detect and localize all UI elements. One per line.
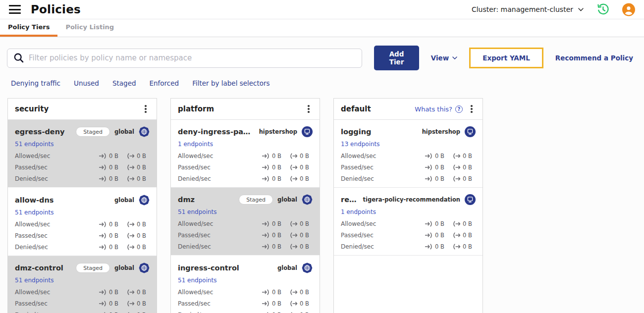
- ingress-icon: [425, 221, 433, 227]
- filter-enforced[interactable]: Enforced: [150, 79, 179, 87]
- policy-scope-label: tigera-policy-recommendation: [363, 196, 460, 203]
- metric-label: Passed/sec: [15, 232, 99, 239]
- globe-scope-icon: [139, 195, 150, 206]
- metric-ingress-value: 0 B: [109, 221, 118, 228]
- metric-ingress-value: 0 B: [109, 164, 118, 171]
- egress-icon: [452, 221, 461, 227]
- tier-help-label: Whats this?: [415, 105, 452, 113]
- policy-name[interactable]: allow-dns: [15, 196, 110, 204]
- metric-ingress-value: 0 B: [435, 153, 444, 159]
- ingress-icon: [99, 244, 107, 250]
- endpoints-link[interactable]: 51 endpoints: [178, 209, 217, 215]
- metric-ingress-value: 0 B: [435, 243, 444, 250]
- endpoints-link[interactable]: 51 endpoints: [15, 141, 54, 148]
- endpoints-link[interactable]: 1 endpoints: [341, 209, 376, 215]
- user-avatar-icon[interactable]: [622, 3, 635, 16]
- metric-egress-value: 0 B: [137, 164, 146, 171]
- chevron-down-icon: [578, 8, 584, 11]
- add-tier-button[interactable]: Add Tier: [374, 46, 419, 70]
- view-dropdown-label: View: [431, 54, 449, 62]
- policy-card-egress-deny[interactable]: egress-denyStagedglobal51 endpointsAllow…: [8, 120, 157, 188]
- metric-label: Denied/sec: [15, 244, 99, 251]
- search-icon: [13, 52, 24, 63]
- policy-card-ingress-control[interactable]: ingress-controlglobal51 endpointsAllowed…: [171, 256, 320, 313]
- metric-row: Allowed/sec0 B0 B: [178, 289, 313, 296]
- policy-scope-label: global: [114, 264, 134, 271]
- egress-icon: [126, 164, 135, 170]
- search-input[interactable]: [29, 53, 356, 62]
- filter-staged[interactable]: Staged: [112, 79, 136, 87]
- tab-policy-tiers[interactable]: Policy Tiers: [0, 19, 57, 37]
- tier-menu-kebab-icon[interactable]: [305, 104, 313, 113]
- metric-row: Passed/sec0 B0 B: [15, 300, 150, 307]
- globe-scope-icon: [302, 194, 313, 205]
- globe-scope-icon: [139, 262, 150, 273]
- egress-icon: [126, 176, 135, 182]
- policy-name[interactable]: egress-deny: [15, 128, 71, 136]
- recommend-policy-button[interactable]: Recommend a Policy: [555, 54, 633, 62]
- filter-denying-traffic[interactable]: Denying traffic: [11, 79, 60, 87]
- metric-ingress-value: 0 B: [109, 244, 118, 251]
- metric-egress-value: 0 B: [463, 164, 472, 171]
- ingress-icon: [262, 164, 270, 170]
- menu-icon[interactable]: [9, 5, 21, 14]
- tab-policy-listing[interactable]: Policy Listing: [57, 19, 122, 37]
- metric-egress-value: 0 B: [137, 289, 146, 296]
- policy-scope-label: hipstershop: [259, 128, 297, 135]
- quick-filters: Denying traffic Unused Staged Enforced F…: [0, 74, 644, 94]
- policy-name[interactable]: dmz: [178, 196, 234, 204]
- policy-name[interactable]: restricted: [341, 196, 359, 204]
- history-icon[interactable]: [596, 3, 609, 16]
- endpoints-link[interactable]: 51 endpoints: [178, 277, 217, 284]
- policy-card-restricted[interactable]: restrictedtigera-policy-recommendation1 …: [334, 188, 483, 256]
- policy-name[interactable]: logging: [341, 128, 418, 136]
- ingress-icon: [425, 176, 433, 182]
- staged-badge: Staged: [76, 127, 110, 137]
- metric-label: Passed/sec: [178, 300, 262, 307]
- page-title: Policies: [31, 3, 81, 16]
- policy-scope-label: global: [114, 197, 134, 204]
- metric-row: Passed/sec0 B0 B: [15, 164, 150, 171]
- endpoints-link[interactable]: 51 endpoints: [15, 209, 54, 216]
- policy-name[interactable]: deny-ingress-paymentservi…: [178, 128, 255, 136]
- export-yaml-button[interactable]: Export YAML: [483, 54, 530, 62]
- namespace-scope-icon: [465, 126, 476, 137]
- ingress-icon: [425, 164, 433, 170]
- metric-egress-value: 0 B: [463, 243, 472, 250]
- metric-egress-value: 0 B: [300, 243, 309, 250]
- endpoints-link[interactable]: 51 endpoints: [15, 277, 54, 284]
- policy-card-allow-dns[interactable]: allow-dnsglobal51 endpointsAllowed/sec0 …: [8, 188, 157, 256]
- policy-name[interactable]: ingress-control: [178, 264, 273, 272]
- policy-card-deny-ingress-paymentservi[interactable]: deny-ingress-paymentservi…hipstershop1 e…: [171, 120, 320, 188]
- egress-icon: [452, 164, 461, 170]
- endpoints-link[interactable]: 13 endpoints: [341, 141, 380, 148]
- metric-egress-value: 0 B: [300, 164, 309, 171]
- globe-scope-icon: [139, 126, 150, 137]
- metric-egress-value: 0 B: [463, 220, 472, 227]
- egress-icon: [452, 176, 461, 182]
- policy-card-dmz[interactable]: dmzStagedglobal51 endpointsAllowed/sec0 …: [171, 188, 320, 256]
- metric-ingress-value: 0 B: [435, 164, 444, 171]
- policy-card-logging[interactable]: logginghipstershop13 endpointsAllowed/se…: [334, 120, 483, 188]
- tier-menu-kebab-icon[interactable]: [468, 104, 476, 113]
- tier-header: security: [8, 99, 157, 120]
- metric-label: Allowed/sec: [178, 289, 262, 296]
- metric-ingress-value: 0 B: [109, 153, 118, 159]
- metric-label: Allowed/sec: [341, 153, 425, 159]
- tier-help-link[interactable]: Whats this??: [415, 105, 463, 113]
- endpoints-link[interactable]: 1 endpoints: [178, 141, 213, 148]
- metric-row: Denied/sec0 B0 B: [15, 175, 150, 182]
- filter-by-label-selectors[interactable]: Filter by label selectors: [192, 79, 269, 87]
- policy-card-dmz-control[interactable]: dmz-controlStagedglobal51 endpointsAllow…: [8, 256, 157, 313]
- cluster-selector[interactable]: Cluster: management-cluster: [472, 5, 584, 13]
- filter-unused[interactable]: Unused: [74, 79, 99, 87]
- tier-menu-kebab-icon[interactable]: [142, 104, 150, 113]
- metric-egress-value: 0 B: [300, 220, 309, 227]
- policy-search[interactable]: [7, 49, 362, 68]
- metric-ingress-value: 0 B: [109, 232, 118, 239]
- metric-label: Allowed/sec: [178, 153, 262, 159]
- metric-egress-value: 0 B: [137, 221, 146, 228]
- view-dropdown[interactable]: View: [431, 54, 457, 62]
- policy-name[interactable]: dmz-control: [15, 264, 71, 272]
- app-header: Policies Cluster: management-cluster: [0, 0, 644, 19]
